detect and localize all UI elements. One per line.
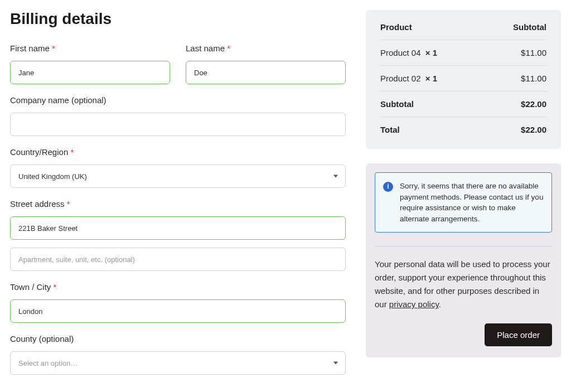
info-icon: i — [383, 182, 393, 192]
summary-total-label: Total — [380, 125, 400, 134]
summary-item-row: Product 04 × 1 $11.00 — [380, 40, 546, 66]
summary-item-name: Product 02 × 1 — [380, 74, 437, 83]
first-name-field: First name * — [10, 43, 170, 84]
summary-header-product: Product — [380, 22, 412, 32]
chevron-down-icon — [333, 175, 338, 178]
city-label: Town / City * — [10, 282, 346, 292]
country-select[interactable]: United Kingdom (UK) — [10, 164, 346, 188]
required-marker: * — [52, 43, 55, 53]
notice-text: Sorry, it seems that there are no availa… — [400, 181, 544, 224]
billing-form: Billing details First name * Last name *… — [10, 10, 346, 392]
last-name-field: Last name * — [186, 43, 346, 84]
summary-item-qty: × 1 — [425, 48, 437, 57]
street2-input[interactable] — [10, 248, 346, 271]
order-summary: Product Subtotal Product 04 × 1 $11.00 P… — [366, 10, 561, 149]
country-select-value: United Kingdom (UK) — [18, 172, 87, 181]
order-sidebar: Product Subtotal Product 04 × 1 $11.00 P… — [366, 10, 561, 392]
first-name-input[interactable] — [10, 61, 170, 84]
summary-subtotal-row: Subtotal $22.00 — [380, 91, 546, 117]
country-field: Country/Region * United Kingdom (UK) — [10, 147, 346, 188]
country-label: Country/Region * — [10, 147, 346, 157]
street-label: Street address * — [10, 199, 346, 209]
privacy-policy-link[interactable]: privacy policy — [389, 299, 439, 309]
city-field: Town / City * — [10, 282, 346, 323]
summary-total-value: $22.00 — [521, 125, 546, 134]
summary-item-price: $11.00 — [521, 74, 546, 83]
company-input[interactable] — [10, 113, 346, 136]
street-field: Street address * — [10, 199, 346, 240]
no-payment-notice: i Sorry, it seems that there are no avai… — [375, 172, 552, 233]
chevron-down-icon — [333, 362, 338, 365]
divider — [375, 246, 552, 246]
county-label: County (optional) — [10, 334, 346, 343]
required-marker: * — [227, 43, 230, 53]
page-title: Billing details — [10, 10, 346, 28]
street1-input[interactable] — [10, 216, 346, 240]
required-marker: * — [67, 199, 70, 209]
county-select[interactable]: Select an option… — [10, 351, 346, 375]
street2-field — [10, 248, 346, 271]
last-name-label: Last name * — [186, 43, 346, 53]
summary-item-qty: × 1 — [425, 74, 437, 83]
summary-header-row: Product Subtotal — [380, 22, 546, 40]
first-name-label: First name * — [10, 43, 170, 53]
payment-box: i Sorry, it seems that there are no avai… — [366, 163, 561, 357]
city-input[interactable] — [10, 299, 346, 323]
summary-item-row: Product 02 × 1 $11.00 — [380, 66, 546, 91]
place-order-button[interactable]: Place order — [485, 323, 552, 346]
privacy-text: Your personal data will be used to proce… — [375, 258, 552, 311]
summary-item-name: Product 04 × 1 — [380, 48, 437, 57]
county-field: County (optional) Select an option… — [10, 334, 346, 375]
summary-subtotal-value: $22.00 — [521, 99, 546, 109]
required-marker: * — [54, 282, 57, 292]
last-name-input[interactable] — [186, 61, 346, 84]
county-select-placeholder: Select an option… — [18, 359, 78, 367]
summary-total-row: Total $22.00 — [380, 117, 546, 134]
summary-subtotal-label: Subtotal — [380, 99, 414, 109]
summary-item-price: $11.00 — [521, 48, 546, 57]
required-marker: * — [70, 147, 74, 157]
summary-header-subtotal: Subtotal — [513, 22, 546, 32]
company-label: Company name (optional) — [10, 95, 346, 105]
company-field: Company name (optional) — [10, 95, 346, 136]
